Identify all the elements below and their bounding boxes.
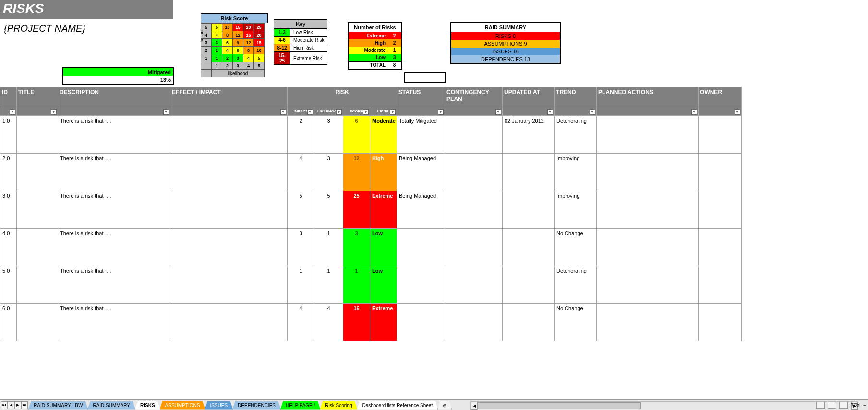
sheet-tab[interactable]: HELP PAGE !: [280, 401, 320, 410]
cell-updated[interactable]: 02 January 2012: [503, 116, 555, 154]
cell-likelihood[interactable]: 1: [314, 229, 343, 266]
raid-row[interactable]: DEPENDENCIES 13: [451, 55, 560, 63]
cell-effect[interactable]: [170, 266, 288, 304]
sheet-tab[interactable]: DEPENDENCIES: [232, 401, 281, 410]
filter-icon[interactable]: ▾: [280, 109, 286, 115]
sheet-tab[interactable]: RAID SUMMARY: [87, 401, 135, 410]
cell-trend[interactable]: Deteriorating: [555, 116, 597, 154]
cell-score[interactable]: 1: [343, 266, 370, 304]
cell-level[interactable]: Extreme: [370, 191, 397, 229]
cell-likelihood[interactable]: 3: [314, 116, 343, 154]
col-id[interactable]: ID: [0, 87, 17, 107]
selected-cell-outline[interactable]: [404, 72, 446, 83]
col-contingency[interactable]: CONTINGENCY PLAN: [445, 87, 503, 107]
filter-desc[interactable]: ▾: [58, 107, 170, 116]
filter-icon[interactable]: ▾: [495, 109, 501, 115]
cell-contingency[interactable]: [445, 304, 503, 341]
sheet-tab[interactable]: ASSUMPTIONS: [160, 401, 205, 410]
sheet-tab[interactable]: RISKS: [135, 401, 160, 410]
cell-owner[interactable]: [699, 304, 742, 341]
cell-trend[interactable]: Improving: [555, 154, 597, 191]
cell-impact[interactable]: 4: [288, 304, 314, 341]
cell-planned[interactable]: [597, 191, 699, 229]
cell-updated[interactable]: [503, 229, 555, 266]
cell-contingency[interactable]: [445, 154, 503, 191]
table-row[interactable]: 5.0There is a risk that ….111LowDeterior…: [0, 266, 742, 304]
cell-contingency[interactable]: [445, 116, 503, 154]
view-normal-icon[interactable]: [816, 402, 825, 409]
cell-status[interactable]: [397, 266, 445, 304]
zoom-out-icon[interactable]: −: [863, 403, 866, 408]
zoom-controls[interactable]: 70% −: [816, 402, 866, 409]
col-title[interactable]: TITLE: [17, 87, 58, 107]
cell-contingency[interactable]: [445, 229, 503, 266]
cell-title[interactable]: [17, 116, 58, 154]
cell-trend[interactable]: No Change: [555, 229, 597, 266]
cell-status[interactable]: [397, 304, 445, 341]
cell-impact[interactable]: 5: [288, 191, 314, 229]
cell-id[interactable]: 6.0: [0, 304, 17, 341]
col-updated[interactable]: UPDATED AT: [503, 87, 555, 107]
view-break-icon[interactable]: [839, 402, 848, 409]
tab-nav-first-icon[interactable]: ⏮: [1, 401, 8, 409]
sheet-tab-bar[interactable]: ⏮ ◀ ▶ ⏭ RAID SUMMARY - BWRAID SUMMARYRIS…: [0, 399, 868, 410]
cell-id[interactable]: 4.0: [0, 229, 17, 266]
subcol-impact[interactable]: IMPACT▾: [288, 107, 314, 116]
cell-score[interactable]: 25: [343, 191, 370, 229]
filter-id[interactable]: ▾: [0, 107, 17, 116]
col-planned-actions[interactable]: PLANNED ACTIONS: [597, 87, 699, 107]
table-row[interactable]: 4.0There is a risk that ….313LowNo Chang…: [0, 229, 742, 266]
filter-icon[interactable]: ▾: [163, 109, 169, 115]
cell-owner[interactable]: [699, 191, 742, 229]
col-effect[interactable]: EFFECT / IMPACT: [170, 87, 288, 107]
filter-updated[interactable]: ▾: [503, 107, 555, 116]
cell-trend[interactable]: Improving: [555, 191, 597, 229]
cell-trend[interactable]: No Change: [555, 304, 597, 341]
filter-owner[interactable]: ▾: [699, 107, 742, 116]
cell-score[interactable]: 16: [343, 304, 370, 341]
cell-trend[interactable]: Deteriorating: [555, 266, 597, 304]
raid-row[interactable]: ISSUES 16: [451, 48, 560, 55]
risks-data-table[interactable]: 1.0There is a risk that ….236ModerateTot…: [0, 116, 742, 341]
tab-nav-next-icon[interactable]: ▶: [14, 401, 21, 409]
cell-score[interactable]: 12: [343, 154, 370, 191]
sheet-tab[interactable]: ISSUES: [205, 401, 233, 410]
cell-title[interactable]: [17, 191, 58, 229]
cell-level[interactable]: Extreme: [370, 304, 397, 341]
cell-planned[interactable]: [597, 266, 699, 304]
cell-level[interactable]: Low: [370, 266, 397, 304]
col-description[interactable]: DESCRIPTION: [58, 87, 170, 107]
cell-level[interactable]: High: [370, 154, 397, 191]
project-name[interactable]: {PROJECT NAME}: [4, 23, 85, 34]
cell-owner[interactable]: [699, 266, 742, 304]
new-sheet-icon[interactable]: ⊕: [437, 401, 452, 410]
subcol-level[interactable]: LEVEL▾: [370, 107, 397, 116]
cell-effect[interactable]: [170, 304, 288, 341]
cell-impact[interactable]: 4: [288, 154, 314, 191]
raid-row[interactable]: RISKS 8: [451, 32, 560, 40]
filter-icon[interactable]: ▾: [691, 109, 697, 115]
filter-icon[interactable]: ▾: [363, 109, 369, 115]
subcol-score[interactable]: SCORE▾: [343, 107, 370, 116]
col-status[interactable]: STATUS: [397, 87, 445, 107]
cell-updated[interactable]: [503, 266, 555, 304]
view-layout-icon[interactable]: [828, 402, 836, 409]
filter-planned[interactable]: ▾: [597, 107, 699, 116]
col-owner[interactable]: OWNER: [699, 87, 742, 107]
cell-id[interactable]: 3.0: [0, 191, 17, 229]
cell-status[interactable]: Being Managed: [397, 154, 445, 191]
cell-planned[interactable]: [597, 229, 699, 266]
raid-row[interactable]: ASSUMPTIONS 9: [451, 40, 560, 48]
scroll-left-icon[interactable]: ◀: [471, 402, 478, 410]
filter-effect[interactable]: ▾: [170, 107, 288, 116]
cell-status[interactable]: Totally Mitigated: [397, 116, 445, 154]
filter-status[interactable]: ▾: [397, 107, 445, 116]
cell-effect[interactable]: [170, 154, 288, 191]
filter-icon[interactable]: ▾: [390, 109, 396, 115]
cell-effect[interactable]: [170, 116, 288, 154]
tab-nav-last-icon[interactable]: ⏭: [21, 401, 28, 409]
scroll-thumb[interactable]: [478, 402, 641, 409]
cell-title[interactable]: [17, 304, 58, 341]
filter-icon[interactable]: ▾: [547, 109, 553, 115]
cell-planned[interactable]: [597, 304, 699, 341]
